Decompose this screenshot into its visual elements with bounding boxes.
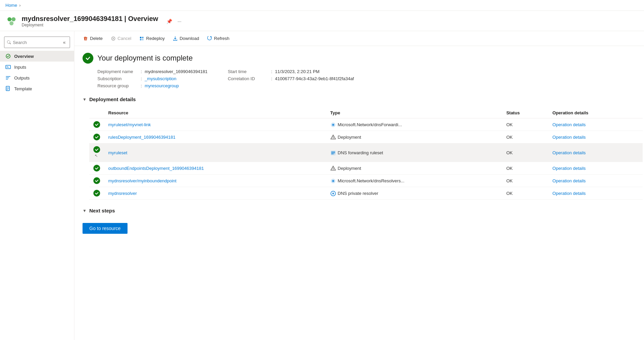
row-operation: Operation details — [548, 175, 643, 187]
type-icon — [330, 190, 336, 196]
content-body: Your deployment is complete Deployment n… — [74, 46, 644, 241]
svg-rect-5 — [6, 65, 10, 69]
resource-link[interactable]: myruleset/myvnet-link — [108, 122, 151, 127]
resource-group-link[interactable]: myresourcegroup — [145, 83, 179, 88]
table-header-check — [89, 108, 104, 118]
next-steps-section: ▼ Next steps Go to resource — [83, 208, 636, 234]
table-row: mydnsresolver/myinboundendpoint Microsof… — [89, 175, 643, 187]
svg-point-2 — [12, 17, 16, 21]
pin-icon[interactable]: 📌 — [165, 18, 174, 25]
row-status: OK — [502, 162, 548, 175]
page-title: mydnsresolver_1699046394181 | Overview — [22, 15, 158, 23]
info-label-subscription: Subscription — [97, 76, 138, 81]
resource-link[interactable]: mydnsresolver — [108, 191, 137, 196]
row-operation: Operation details — [548, 131, 643, 143]
operation-details-link[interactable]: Operation details — [552, 191, 585, 196]
table-header-resource: Resource — [104, 108, 326, 118]
template-icon — [5, 86, 11, 91]
download-label: Download — [180, 36, 199, 41]
overview-icon — [5, 53, 11, 59]
redeploy-button[interactable]: Redeploy — [136, 34, 168, 43]
type-icon — [330, 134, 336, 140]
resource-link[interactable]: myruleset — [108, 150, 127, 155]
search-input[interactable] — [13, 40, 60, 45]
main-content: Delete Cancel Redeploy Download Refresh — [74, 31, 644, 340]
search-box[interactable]: « — [4, 37, 70, 48]
outputs-icon — [5, 75, 11, 81]
row-resource: mydnsresolver/myinboundendpoint — [104, 175, 326, 187]
inputs-icon — [5, 64, 11, 70]
deployment-table: Resource Type Status Operation details m… — [89, 108, 643, 200]
refresh-button[interactable]: Refresh — [204, 34, 233, 43]
info-grid-left: Deployment name : mydnsresolver_16990463… — [97, 69, 207, 88]
operation-details-link[interactable]: Operation details — [552, 135, 585, 140]
svg-rect-8 — [140, 37, 141, 38]
redeploy-label: Redeploy — [146, 36, 165, 41]
resource-link[interactable]: rulesDeployment_1699046394181 — [108, 135, 176, 140]
row-type: Microsoft.Network/dnsForwardi... — [326, 118, 502, 131]
refresh-label: Refresh — [214, 36, 230, 41]
type-icon — [330, 165, 336, 171]
operation-details-link[interactable]: Operation details — [552, 178, 585, 183]
cancel-icon — [111, 36, 116, 41]
deployment-icon — [5, 15, 18, 27]
info-row-rg: Resource group : myresourcegroup — [97, 83, 207, 88]
delete-button[interactable]: Delete — [80, 34, 106, 43]
deployment-details-title: Deployment details — [89, 96, 136, 102]
go-to-resource-button[interactable]: Go to resource — [83, 223, 128, 234]
operation-details-link[interactable]: Operation details — [552, 166, 585, 171]
deployment-details-header[interactable]: ▼ Deployment details — [83, 96, 636, 102]
table-row: rulesDeployment_1699046394181 Deployment… — [89, 131, 643, 143]
details-chevron-icon: ▼ — [83, 97, 87, 102]
row-status-icon — [89, 131, 104, 143]
row-operation: Operation details — [548, 143, 643, 162]
sidebar-item-template[interactable]: Template — [0, 83, 74, 94]
header-actions: 📌 ··· — [165, 18, 183, 25]
table-row: ↖ myruleset DNS forwarding ruleset OK Op… — [89, 143, 643, 162]
row-status: OK — [502, 131, 548, 143]
sidebar-nav: Overview Inputs Outputs — [0, 51, 74, 94]
svg-point-14 — [332, 124, 334, 126]
row-type: Microsoft.Network/dnsResolvers... — [326, 175, 502, 187]
deployment-banner-title: Your deployment is complete — [97, 54, 193, 63]
info-label-start-time: Start time — [228, 69, 268, 74]
row-type: Deployment — [326, 131, 502, 143]
cancel-button[interactable]: Cancel — [108, 34, 135, 43]
more-icon[interactable]: ··· — [176, 18, 183, 25]
table-header-operation: Operation details — [548, 108, 643, 118]
table-row: mydnsresolver DNS private resolver OK Op… — [89, 187, 643, 200]
svg-point-17 — [333, 169, 334, 170]
svg-point-15 — [333, 138, 334, 139]
sidebar-item-inputs[interactable]: Inputs — [0, 62, 74, 72]
table-header-type: Type — [326, 108, 502, 118]
svg-point-23 — [333, 193, 334, 194]
info-row-start-time: Start time : 11/3/2023, 2:20:21 PM — [228, 69, 354, 74]
download-button[interactable]: Download — [169, 34, 203, 43]
info-grid-right: Start time : 11/3/2023, 2:20:21 PM Corre… — [228, 69, 354, 88]
operation-details-link[interactable]: Operation details — [552, 150, 585, 155]
row-status-icon — [89, 162, 104, 175]
operation-details-link[interactable]: Operation details — [552, 122, 585, 127]
resource-link[interactable]: mydnsresolver/myinboundendpoint — [108, 178, 177, 183]
cancel-label: Cancel — [118, 36, 131, 41]
info-row-correlation: Correlation ID : 41006777-94c3-43a2-9eb1… — [228, 76, 354, 81]
type-icon — [330, 150, 336, 155]
toolbar: Delete Cancel Redeploy Download Refresh — [74, 31, 644, 46]
info-value-subscription: _mysubscription — [145, 76, 177, 81]
sidebar-item-outputs[interactable]: Outputs — [0, 72, 74, 83]
svg-point-20 — [332, 180, 334, 182]
info-label-rg: Resource group — [97, 83, 138, 88]
row-operation: Operation details — [548, 187, 643, 200]
svg-point-3 — [9, 21, 14, 25]
sidebar-item-overview[interactable]: Overview — [0, 51, 74, 62]
resource-link[interactable]: outboundEndpointsDeployment_169904639418… — [108, 166, 204, 171]
download-icon — [173, 36, 178, 41]
subscription-link[interactable]: _mysubscription — [145, 76, 177, 81]
next-steps-header[interactable]: ▼ Next steps — [83, 208, 636, 213]
sidebar-collapse-btn[interactable]: « — [62, 38, 67, 46]
type-icon — [330, 122, 336, 127]
breadcrumb-separator: › — [19, 3, 21, 8]
sidebar-item-outputs-label: Outputs — [14, 75, 30, 81]
page-title-block: mydnsresolver_1699046394181 | Overview D… — [22, 15, 158, 27]
breadcrumb-home[interactable]: Home — [5, 3, 17, 8]
